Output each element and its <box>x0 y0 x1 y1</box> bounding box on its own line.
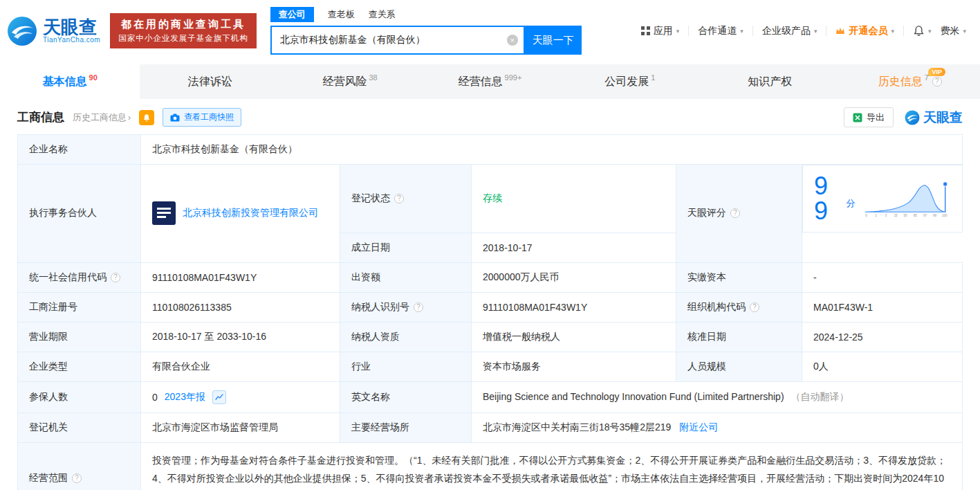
tianyancha-watermark: 天眼查 <box>905 109 963 127</box>
caret-down-icon: ▾ <box>740 28 743 35</box>
registration-status-value: 存续 <box>472 165 676 233</box>
svg-text:15: 15 <box>894 214 898 217</box>
help-icon[interactable]: ? <box>750 302 759 312</box>
menu-apps[interactable]: 应用 ▾ <box>641 25 680 37</box>
brand-domain: TianYanCha.com <box>43 36 100 44</box>
caret-down-icon: ▾ <box>676 28 680 35</box>
bell-icon <box>913 25 925 37</box>
camera-icon <box>170 114 180 122</box>
tab-count: 38 <box>369 73 377 82</box>
business-address-label: 主要经营场所 <box>340 412 472 442</box>
table-row: 营业期限 2018-10-17 至 2033-10-16 纳税人资质 增值税一般… <box>18 322 963 352</box>
annual-report-link[interactable]: 2023年报 <box>165 391 205 403</box>
capital-value: 2000000万人民币 <box>472 262 676 292</box>
business-registration-table: 企业名称 北京市科技创新基金（有限合伙） 执行事务合伙人 北京科技创新投资管理有… <box>17 134 963 490</box>
tab-label: 知识产权 <box>748 75 792 89</box>
nearby-companies-link[interactable]: 附近公司 <box>679 421 718 433</box>
trend-icon <box>214 392 224 402</box>
table-row: 执行事务合伙人 北京科技创新投资管理有限公司 登记状态? 存续 <box>18 165 963 233</box>
table-row: 统一社会信用代码? 91110108MA01F43W1Y 出资额 2000000… <box>18 262 963 292</box>
export-button[interactable]: 导出 <box>844 107 894 127</box>
caret-down-icon: ▾ <box>814 28 817 35</box>
english-name-value: Beijing Science and Technology Innovatio… <box>472 381 963 412</box>
trend-chart-button[interactable] <box>212 390 226 404</box>
search-tab-boss[interactable]: 查老板 <box>328 7 355 22</box>
established-date-label: 成立日期 <box>340 233 472 262</box>
taxpayer-quality-label: 纳税人资质 <box>340 322 472 352</box>
search-tab-company[interactable]: 查公司 <box>270 7 314 22</box>
help-icon[interactable]: ? <box>394 194 404 203</box>
company-nav-tabs: 基本信息 90 法律诉讼 经营风险 38 经营信息 999+ 公司发展 1 知识… <box>0 64 980 99</box>
search-block: 查公司 查老板 查关系 × 天眼一下 <box>270 7 582 55</box>
menu-enterprise[interactable]: 企业级产品 ▾ <box>762 25 817 37</box>
menu-cooperation[interactable]: 合作通道 ▾ <box>698 25 743 37</box>
tab-legal-litigation[interactable]: 法律诉讼 <box>140 64 279 99</box>
tab-label: 历史信息 <box>878 75 923 89</box>
business-term-value: 2018-10-17 至 2033-10-16 <box>141 322 340 352</box>
credit-code-value: 91110108MA01F43W1Y <box>141 262 340 292</box>
tianyancha-logo-icon <box>7 16 37 46</box>
chevron-right-icon: › <box>128 113 131 122</box>
help-icon[interactable]: ? <box>111 273 120 282</box>
tab-business-info[interactable]: 经营信息 999+ <box>420 64 560 99</box>
table-row: 参保人数 0 2023年报 英文名称 Beijing Science and T… <box>18 381 963 412</box>
tab-history-info[interactable]: VIP 历史信息 7 ? <box>840 64 980 99</box>
excel-export-icon <box>853 113 862 122</box>
menu-vip[interactable]: 开通会员 ▾ <box>835 25 894 37</box>
registration-number-value: 110108026113385 <box>141 292 340 322</box>
established-date-value: 2018-10-17 <box>472 233 676 262</box>
menu-vip-label: 开通会员 <box>849 25 887 37</box>
bell-icon <box>142 114 151 122</box>
table-row: 经营范围? 投资管理；作为母基金对符合条件子基金进行投资和管理。（“1、未经有关… <box>18 442 963 490</box>
svg-text:85: 85 <box>913 214 917 217</box>
registration-status-label: 登记状态? <box>340 165 472 233</box>
tianyancha-logo-icon <box>905 110 920 125</box>
executive-partner-link[interactable]: 北京科技创新投资管理有限公司 <box>183 207 318 219</box>
divider <box>752 26 753 36</box>
view-business-snapshot-button[interactable]: 查看工商快照 <box>163 108 241 127</box>
tianyancha-logo[interactable]: 天眼查 TianYanCha.com <box>7 16 100 46</box>
staff-size-label: 人员规模 <box>676 352 802 381</box>
svg-text:0: 0 <box>865 214 867 217</box>
help-icon[interactable]: ? <box>932 77 942 87</box>
notifications[interactable]: ▾ <box>913 25 932 37</box>
score-number: 99 <box>814 174 840 224</box>
tab-intellectual-property[interactable]: 知识产权 <box>700 64 840 99</box>
top-bar: 天眼查 TianYanCha.com 都在用的商业查询工具 国家中小企业发展子基… <box>0 0 980 59</box>
history-business-info-link[interactable]: 历史工商信息 › <box>73 111 131 124</box>
search-tab-relation[interactable]: 查关系 <box>369 7 396 22</box>
business-term-label: 营业期限 <box>18 322 141 352</box>
executive-partner-value: 北京科技创新投资管理有限公司 <box>141 165 340 263</box>
help-icon[interactable]: ? <box>730 208 740 218</box>
tab-basic-info[interactable]: 基本信息 90 <box>0 64 140 99</box>
registration-authority-value: 北京市海淀区市场监督管理局 <box>141 412 340 442</box>
company-type-label: 企业类型 <box>18 352 141 381</box>
search-tabs: 查公司 查老板 查关系 <box>270 7 582 22</box>
tianyan-score-value: 99 分 0 1 3 15 50 85 97 99 100 <box>802 165 963 233</box>
company-search-input[interactable] <box>270 26 525 55</box>
industry-label: 行业 <box>340 352 472 381</box>
user-menu[interactable]: 费米 ▾ <box>940 25 966 37</box>
help-icon[interactable]: ? <box>414 302 423 312</box>
registration-authority-label: 登记机关 <box>18 412 141 442</box>
org-code-value: MA01F43W-1 <box>802 292 963 322</box>
business-scope-label: 经营范围? <box>18 442 141 490</box>
clear-search-icon[interactable]: × <box>507 35 518 46</box>
user-name: 费米 <box>940 25 959 37</box>
subscribe-bell-button[interactable] <box>139 110 154 125</box>
table-row: 企业类型 有限合伙企业 行业 资本市场服务 人员规模 0人 <box>18 352 963 381</box>
help-icon[interactable]: ? <box>72 473 82 483</box>
tab-company-development[interactable]: 公司发展 1 <box>560 64 700 99</box>
partner-logo <box>152 201 176 225</box>
caret-down-icon: ▾ <box>928 28 932 35</box>
section-title: 工商信息 <box>17 109 64 125</box>
tab-label: 法律诉讼 <box>188 75 232 89</box>
tab-operating-risk[interactable]: 经营风险 38 <box>280 64 420 99</box>
divider <box>826 26 826 36</box>
promo-line-1: 都在用的商业查询工具 <box>118 18 248 31</box>
staff-size-value: 0人 <box>802 352 963 381</box>
search-button[interactable]: 天眼一下 <box>525 26 582 55</box>
divider <box>903 26 904 36</box>
tianyan-score-label: 天眼评分? <box>676 165 802 263</box>
menu-apps-label: 应用 <box>654 25 673 37</box>
